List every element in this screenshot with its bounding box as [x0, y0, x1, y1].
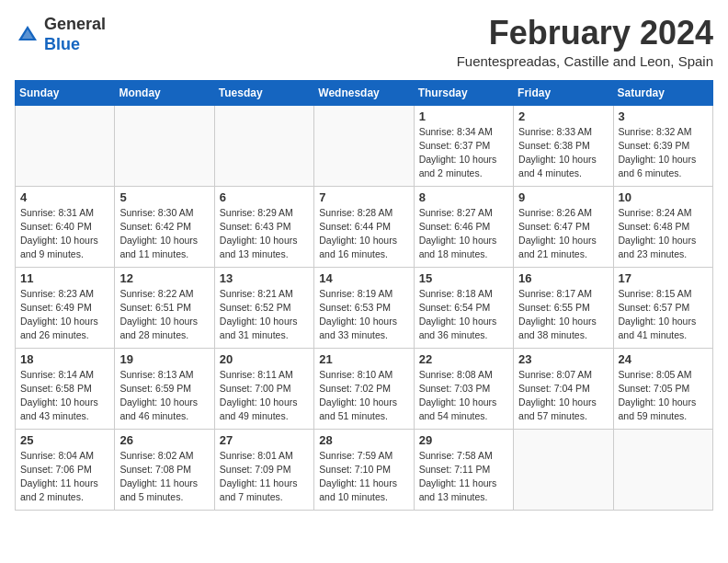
logo-general-text: General — [44, 15, 106, 33]
day-info: Sunrise: 8:31 AMSunset: 6:40 PMDaylight:… — [20, 206, 109, 262]
logo-blue-text: Blue — [44, 35, 80, 53]
weekday-header-saturday: Saturday — [613, 80, 712, 105]
day-number: 19 — [119, 352, 209, 366]
day-info: Sunrise: 8:21 AMSunset: 6:52 PMDaylight:… — [220, 287, 309, 343]
day-number: 17 — [619, 271, 708, 285]
day-info: Sunrise: 7:59 AMSunset: 7:10 PMDaylight:… — [319, 449, 408, 505]
weekday-header-sunday: Sunday — [16, 80, 115, 105]
day-info: Sunrise: 8:27 AMSunset: 6:46 PMDaylight:… — [419, 206, 508, 262]
day-number: 11 — [20, 271, 109, 285]
calendar-cell: 9Sunrise: 8:26 AMSunset: 6:47 PMDaylight… — [514, 186, 613, 267]
calendar-week-row: 25Sunrise: 8:04 AMSunset: 7:06 PMDayligh… — [16, 429, 713, 510]
day-number: 29 — [419, 433, 508, 447]
day-number: 21 — [319, 352, 408, 366]
day-info: Sunrise: 8:08 AMSunset: 7:03 PMDaylight:… — [419, 368, 508, 424]
calendar-cell: 5Sunrise: 8:30 AMSunset: 6:42 PMDaylight… — [115, 186, 214, 267]
calendar-cell: 17Sunrise: 8:15 AMSunset: 6:57 PMDayligh… — [613, 267, 712, 348]
calendar-cell: 22Sunrise: 8:08 AMSunset: 7:03 PMDayligh… — [414, 348, 513, 429]
day-number: 8 — [419, 190, 508, 204]
calendar-week-row: 1Sunrise: 8:34 AMSunset: 6:37 PMDaylight… — [16, 105, 713, 186]
calendar-table: SundayMondayTuesdayWednesdayThursdayFrid… — [15, 80, 713, 511]
day-info: Sunrise: 8:15 AMSunset: 6:57 PMDaylight:… — [619, 287, 708, 343]
day-info: Sunrise: 8:17 AMSunset: 6:55 PMDaylight:… — [518, 287, 608, 343]
day-number: 28 — [319, 433, 408, 447]
day-info: Sunrise: 8:01 AMSunset: 7:09 PMDaylight:… — [220, 449, 309, 505]
logo: General Blue — [15, 15, 106, 54]
calendar-cell: 11Sunrise: 8:23 AMSunset: 6:49 PMDayligh… — [16, 267, 115, 348]
calendar-cell: 18Sunrise: 8:14 AMSunset: 6:58 PMDayligh… — [16, 348, 115, 429]
calendar-cell: 14Sunrise: 8:19 AMSunset: 6:53 PMDayligh… — [314, 267, 414, 348]
day-number: 4 — [20, 190, 109, 204]
calendar-cell — [514, 429, 613, 510]
day-number: 15 — [419, 271, 508, 285]
title-block: February 2024 Fuentespreadas, Castille a… — [457, 15, 713, 69]
calendar-cell: 25Sunrise: 8:04 AMSunset: 7:06 PMDayligh… — [16, 429, 115, 510]
weekday-header-thursday: Thursday — [414, 80, 513, 105]
calendar-cell — [16, 105, 115, 186]
day-info: Sunrise: 8:13 AMSunset: 6:59 PMDaylight:… — [119, 368, 209, 424]
day-info: Sunrise: 8:05 AMSunset: 7:05 PMDaylight:… — [619, 368, 708, 424]
day-info: Sunrise: 8:33 AMSunset: 6:38 PMDaylight:… — [518, 125, 608, 181]
day-info: Sunrise: 8:28 AMSunset: 6:44 PMDaylight:… — [319, 206, 408, 262]
calendar-header-row: SundayMondayTuesdayWednesdayThursdayFrid… — [16, 80, 713, 105]
day-info: Sunrise: 8:07 AMSunset: 7:04 PMDaylight:… — [518, 368, 608, 424]
day-info: Sunrise: 8:29 AMSunset: 6:43 PMDaylight:… — [220, 206, 309, 262]
calendar-cell — [314, 105, 414, 186]
month-title: February 2024 — [457, 15, 713, 52]
day-number: 25 — [20, 433, 109, 447]
day-number: 7 — [319, 190, 408, 204]
day-info: Sunrise: 8:18 AMSunset: 6:54 PMDaylight:… — [419, 287, 508, 343]
calendar-cell: 2Sunrise: 8:33 AMSunset: 6:38 PMDaylight… — [514, 105, 613, 186]
calendar-cell: 24Sunrise: 8:05 AMSunset: 7:05 PMDayligh… — [613, 348, 712, 429]
calendar-cell: 7Sunrise: 8:28 AMSunset: 6:44 PMDaylight… — [314, 186, 414, 267]
calendar-cell: 12Sunrise: 8:22 AMSunset: 6:51 PMDayligh… — [115, 267, 214, 348]
calendar-cell: 3Sunrise: 8:32 AMSunset: 6:39 PMDaylight… — [613, 105, 712, 186]
day-number: 1 — [419, 109, 508, 123]
day-info: Sunrise: 8:30 AMSunset: 6:42 PMDaylight:… — [119, 206, 209, 262]
day-info: Sunrise: 8:11 AMSunset: 7:00 PMDaylight:… — [220, 368, 309, 424]
day-number: 9 — [518, 190, 608, 204]
day-number: 27 — [220, 433, 309, 447]
weekday-header-wednesday: Wednesday — [314, 80, 414, 105]
day-number: 23 — [518, 352, 608, 366]
day-info: Sunrise: 8:23 AMSunset: 6:49 PMDaylight:… — [20, 287, 109, 343]
calendar-cell: 4Sunrise: 8:31 AMSunset: 6:40 PMDaylight… — [16, 186, 115, 267]
day-number: 26 — [119, 433, 209, 447]
day-info: Sunrise: 8:22 AMSunset: 6:51 PMDaylight:… — [119, 287, 209, 343]
weekday-header-tuesday: Tuesday — [214, 80, 313, 105]
day-info: Sunrise: 8:26 AMSunset: 6:47 PMDaylight:… — [518, 206, 608, 262]
calendar-cell: 8Sunrise: 8:27 AMSunset: 6:46 PMDaylight… — [414, 186, 513, 267]
day-info: Sunrise: 8:32 AMSunset: 6:39 PMDaylight:… — [619, 125, 708, 181]
calendar-cell: 27Sunrise: 8:01 AMSunset: 7:09 PMDayligh… — [214, 429, 313, 510]
calendar-cell: 19Sunrise: 8:13 AMSunset: 6:59 PMDayligh… — [115, 348, 214, 429]
day-number: 2 — [518, 109, 608, 123]
day-number: 18 — [20, 352, 109, 366]
day-info: Sunrise: 8:24 AMSunset: 6:48 PMDaylight:… — [619, 206, 708, 262]
weekday-header-friday: Friday — [514, 80, 613, 105]
calendar-cell: 6Sunrise: 8:29 AMSunset: 6:43 PMDaylight… — [214, 186, 313, 267]
weekday-header-monday: Monday — [115, 80, 214, 105]
location-title: Fuentespreadas, Castille and Leon, Spain — [457, 53, 713, 69]
day-info: Sunrise: 8:34 AMSunset: 6:37 PMDaylight:… — [419, 125, 508, 181]
logo-icon — [15, 22, 40, 48]
calendar-cell: 21Sunrise: 8:10 AMSunset: 7:02 PMDayligh… — [314, 348, 414, 429]
calendar-cell: 10Sunrise: 8:24 AMSunset: 6:48 PMDayligh… — [613, 186, 712, 267]
calendar-cell: 20Sunrise: 8:11 AMSunset: 7:00 PMDayligh… — [214, 348, 313, 429]
day-number: 12 — [119, 271, 209, 285]
day-number: 3 — [619, 109, 708, 123]
day-number: 24 — [619, 352, 708, 366]
calendar-cell — [613, 429, 712, 510]
calendar-cell — [115, 105, 214, 186]
calendar-cell: 1Sunrise: 8:34 AMSunset: 6:37 PMDaylight… — [414, 105, 513, 186]
calendar-cell — [214, 105, 313, 186]
calendar-week-row: 4Sunrise: 8:31 AMSunset: 6:40 PMDaylight… — [16, 186, 713, 267]
calendar-cell: 13Sunrise: 8:21 AMSunset: 6:52 PMDayligh… — [214, 267, 313, 348]
calendar-cell: 15Sunrise: 8:18 AMSunset: 6:54 PMDayligh… — [414, 267, 513, 348]
calendar-cell: 23Sunrise: 8:07 AMSunset: 7:04 PMDayligh… — [514, 348, 613, 429]
day-number: 14 — [319, 271, 408, 285]
day-info: Sunrise: 8:02 AMSunset: 7:08 PMDaylight:… — [119, 449, 209, 505]
calendar-cell: 26Sunrise: 8:02 AMSunset: 7:08 PMDayligh… — [115, 429, 214, 510]
day-number: 22 — [419, 352, 508, 366]
day-number: 16 — [518, 271, 608, 285]
day-info: Sunrise: 8:14 AMSunset: 6:58 PMDaylight:… — [20, 368, 109, 424]
